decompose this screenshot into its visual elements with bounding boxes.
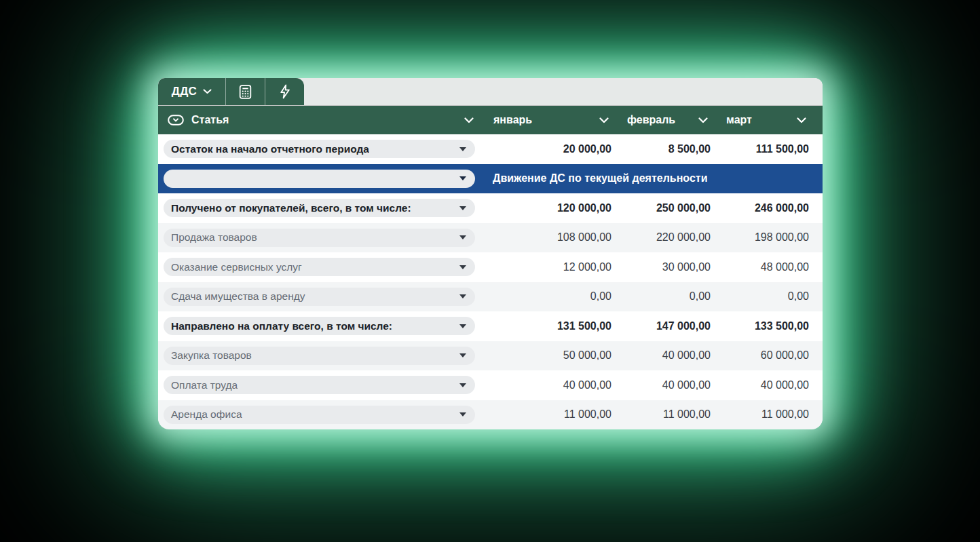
table-row: Направлено на оплату всего, в том числе:… (158, 311, 823, 341)
article-select[interactable]: Аренда офиса (164, 406, 475, 424)
article-label: Остаток на начало отчетного периода (164, 143, 369, 155)
value-cell-january[interactable]: 131 500,00 (482, 320, 616, 332)
value-cell-march[interactable]: 198 000,00 (715, 231, 823, 244)
article-cell: Оказание сервисных услуг (158, 252, 482, 282)
article-label: Сдача имущества в аренду (164, 290, 305, 303)
value-cell-march[interactable]: 60 000,00 (715, 349, 823, 362)
article-label: Направлено на оплату всего, в том числе: (164, 320, 392, 332)
value-cell-february[interactable]: 0,00 (616, 290, 715, 303)
collapse-rows-icon[interactable] (168, 115, 184, 125)
article-select[interactable]: Закупка товаров (164, 347, 475, 365)
article-select[interactable]: Сдача имущества в аренду (164, 288, 475, 306)
table-row: Аренда офиса 11 000,00 11 000,00 11 000,… (158, 400, 823, 430)
value-cell-march[interactable]: 48 000,00 (715, 261, 823, 273)
column-header-february[interactable]: февраль (616, 106, 715, 134)
table-row: Продажа товаров 108 000,00 220 000,00 19… (158, 223, 823, 253)
table-body: Остаток на начало отчетного периода 20 0… (158, 134, 823, 429)
article-select[interactable]: Направлено на оплату всего, в том числе: (164, 317, 475, 335)
tab-dds[interactable]: ДДС (158, 78, 225, 105)
chevron-down-icon[interactable] (464, 117, 474, 123)
value-cell-march[interactable]: 11 000,00 (715, 408, 823, 421)
dropdown-caret-icon (459, 383, 466, 387)
value-cell-february[interactable]: 147 000,00 (616, 320, 715, 332)
value-cell-january[interactable]: 0,00 (482, 290, 616, 303)
article-cell: Остаток на начало отчетного периода (158, 134, 482, 164)
tab-calculator[interactable] (225, 78, 265, 105)
value-cell-january[interactable]: 12 000,00 (482, 261, 616, 273)
article-label: Оказание сервисных услуг (164, 261, 302, 273)
value-cell-february[interactable]: 40 000,00 (616, 349, 715, 362)
column-header-january[interactable]: январь (482, 106, 616, 134)
dropdown-caret-icon (459, 412, 466, 417)
chevron-down-icon[interactable] (797, 117, 806, 123)
article-cell: Оплата труда (158, 370, 482, 400)
dropdown-caret-icon (459, 353, 466, 357)
value-cell-february[interactable]: 11 000,00 (616, 408, 715, 421)
column-header-march[interactable]: март (715, 106, 823, 134)
dropdown-caret-icon (459, 294, 466, 298)
article-select[interactable]: Продажа товаров (164, 229, 475, 247)
dropdown-caret-icon (459, 147, 466, 151)
chevron-down-icon[interactable] (599, 117, 609, 123)
tab-lightning[interactable] (265, 78, 304, 105)
table-row: Закупка товаров 50 000,00 40 000,00 60 0… (158, 341, 823, 371)
column-header-february-label: февраль (627, 114, 675, 126)
article-cell: Продажа товаров (158, 223, 482, 253)
report-card: ДДС (158, 78, 823, 429)
article-cell: Аренда офиса (158, 400, 482, 430)
article-label: Получено от покупателей, всего, в том чи… (164, 202, 411, 214)
article-cell: Направлено на оплату всего, в том числе: (158, 311, 482, 341)
article-select[interactable]: Оплата труда (164, 376, 475, 394)
table-row: Оказание сервисных услуг 12 000,00 30 00… (158, 252, 823, 282)
dropdown-caret-icon (459, 206, 466, 210)
value-cell-february[interactable]: 40 000,00 (616, 379, 715, 391)
value-cell-march[interactable]: 40 000,00 (715, 379, 823, 391)
value-cell-january[interactable]: 50 000,00 (482, 349, 616, 362)
article-label: Оплата труда (164, 379, 238, 391)
table-row: Оплата труда 40 000,00 40 000,00 40 000,… (158, 370, 823, 400)
table-row: Сдача имущества в аренду 0,00 0,00 0,00 (158, 282, 823, 312)
value-cell-january[interactable]: 108 000,00 (482, 231, 616, 244)
value-cell-january[interactable]: 40 000,00 (482, 379, 616, 391)
column-header-article[interactable]: Статья (158, 106, 482, 134)
dropdown-caret-icon (459, 324, 466, 328)
value-cell-march[interactable]: 0,00 (715, 290, 823, 303)
value-cell-january[interactable]: 120 000,00 (482, 202, 616, 214)
chevron-down-icon (203, 89, 212, 94)
value-cell-march[interactable]: 246 000,00 (715, 202, 823, 214)
value-cell-march[interactable]: 111 500,00 (715, 143, 823, 155)
article-cell: Получено от покупателей, всего, в том чи… (158, 193, 482, 223)
calculator-icon (237, 83, 254, 100)
column-header-january-label: январь (493, 114, 532, 126)
chevron-down-icon[interactable] (698, 117, 708, 123)
column-header-article-label: Статья (191, 114, 229, 126)
value-cell-february[interactable]: 30 000,00 (616, 261, 715, 273)
article-cell (158, 164, 482, 194)
table-header: Статья январь февраль март (158, 106, 823, 134)
table-row: Остаток на начало отчетного периода 20 0… (158, 134, 823, 164)
article-select[interactable]: Получено от покупателей, всего, в том чи… (164, 199, 475, 217)
column-header-march-label: март (726, 114, 752, 126)
value-cell-march[interactable]: 133 500,00 (715, 320, 823, 332)
value-cell-january[interactable]: 11 000,00 (482, 408, 616, 421)
article-label: Продажа товаров (164, 231, 257, 244)
article-select[interactable]: Остаток на начало отчетного периода (164, 140, 475, 158)
article-select[interactable]: Оказание сервисных услуг (164, 258, 475, 276)
dropdown-caret-icon (459, 265, 466, 269)
article-label: Закупка товаров (164, 349, 252, 362)
dropdown-caret-icon (459, 235, 466, 239)
lightning-icon (277, 83, 293, 100)
article-cell: Закупка товаров (158, 341, 482, 371)
value-cell-february[interactable]: 220 000,00 (616, 231, 715, 244)
value-cell-february[interactable]: 8 500,00 (616, 143, 715, 155)
section-title: Движение ДС по текущей деятельности (482, 172, 823, 185)
tab-strip: ДДС (158, 78, 823, 106)
value-cell-january[interactable]: 20 000,00 (482, 143, 616, 155)
tab-dds-label: ДДС (172, 85, 197, 98)
dropdown-caret-icon (459, 176, 466, 180)
value-cell-february[interactable]: 250 000,00 (616, 202, 715, 214)
table-row: Получено от покупателей, всего, в том чи… (158, 193, 823, 223)
article-cell: Сдача имущества в аренду (158, 282, 482, 312)
section-row: Движение ДС по текущей деятельности (158, 164, 823, 194)
section-select[interactable] (164, 170, 475, 188)
